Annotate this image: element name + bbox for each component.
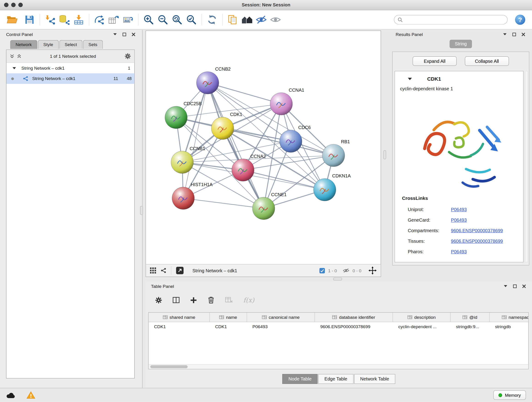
edge-CCNB2-HIST1H1A[interactable] [183,83,208,198]
network-row[interactable]: String Network – cdk1 11 48 [6,73,134,84]
gear-icon[interactable] [124,53,131,59]
panel-close-icon[interactable] [522,284,526,288]
toolbar-search-field[interactable] [394,15,507,24]
show-graphics-eye-icon[interactable] [268,13,283,27]
zoom-out-icon[interactable] [156,13,170,27]
table-horizontal-scrollbar[interactable] [149,364,528,369]
crosslink-row: Uniprot:P06493 [395,204,523,215]
crosslink-value-link[interactable]: P06493 [451,249,467,254]
panel-close-icon[interactable] [132,32,135,36]
panel-float-icon[interactable] [513,284,517,288]
save-session-icon[interactable] [22,13,37,27]
zoom-in-icon[interactable] [142,13,156,27]
grid-view-icon[interactable] [150,268,156,274]
open-in-new-window-icon[interactable] [176,267,184,275]
expand-all-button[interactable]: Expand All [413,56,457,66]
panel-menu-icon[interactable] [114,33,117,36]
network-view[interactable]: CCNB2CCNA1CDC25BCDK1CDC6RB1CCNB1CCNA2CDK… [146,31,381,277]
open-session-icon[interactable] [5,13,19,27]
window-zoom-button[interactable] [18,3,23,7]
network-from-selection-icon[interactable] [92,13,107,27]
network-collection-row[interactable]: String Network – cdk1 1 [6,63,134,73]
crosslink-row: GeneCard:P06493 [395,215,523,225]
crosslink-value-link[interactable]: P06493 [451,217,467,223]
selected-checkbox-icon[interactable] [319,268,325,274]
crosslink-value-link[interactable]: 9606.ENSP00000378699 [451,239,503,244]
scrollbar-thumb[interactable] [150,365,188,368]
results-scrollbar[interactable] [525,71,528,262]
node-CCNA1[interactable]: CCNA1 [270,88,304,115]
tab-network[interactable]: Network [10,40,37,49]
zoom-fit-icon[interactable] [170,13,184,27]
search-input[interactable] [405,17,504,22]
tab-sets[interactable]: Sets [83,40,103,49]
column-header-name[interactable]: name [210,313,247,322]
hide-graphics-eye-slash-icon[interactable] [254,13,268,27]
titlebar: Session: New Session [0,0,532,10]
expand-all-icon[interactable] [17,54,21,58]
panel-menu-icon[interactable] [503,33,507,36]
warning-icon[interactable] [27,391,36,399]
tab-string[interactable]: String [450,40,472,48]
network-canvas[interactable]: CCNB2CCNA1CDC25BCDK1CDC6RB1CCNB1CCNA2CDK… [146,31,381,264]
create-column-plus-icon[interactable] [190,297,197,304]
splitter-handle[interactable] [383,150,386,159]
crosslink-value-link[interactable]: 9606.ENSP00000378699 [451,228,503,233]
section-collapse-icon[interactable] [408,77,412,80]
tab-select[interactable]: Select [59,40,82,49]
node-CDKN1A[interactable]: CDKN1A [313,173,351,201]
network-table-icon[interactable] [107,13,121,27]
duplicate-document-icon[interactable] [226,13,240,27]
help-icon[interactable]: ? [513,13,527,27]
current-network-dot-icon [11,77,14,80]
edge-CCNB2-CCNA1[interactable] [208,83,281,104]
memory-button[interactable]: Memory [493,390,526,400]
panel-menu-icon[interactable] [504,285,507,287]
import-network-file-icon[interactable] [43,13,57,27]
column-header-namespace[interactable]: namespace [490,313,529,322]
node-HIST1H1A[interactable]: HIST1H1A [172,182,213,210]
window-close-button[interactable] [4,3,8,7]
houses-icon[interactable] [240,13,254,27]
gene-section: CDK1 cyclin-dependent kinase 1 [394,71,524,262]
window-minimize-button[interactable] [11,3,16,7]
table-row[interactable]: CDK1CDK1P064939606.ENSP00000378699cyclin… [149,322,528,331]
import-table-icon[interactable] [71,13,86,27]
zoom-selected-icon[interactable] [184,13,198,27]
hidden-eye-slash-icon[interactable] [343,268,350,273]
results-panel-title: Results Panel [396,32,423,37]
node-CCNB2[interactable]: CCNB2 [196,66,230,94]
edge-CCNA2-CDKN1A[interactable] [243,170,325,190]
tab-style[interactable]: Style [38,40,58,49]
network-share-icon[interactable] [160,268,167,274]
splitter-handle[interactable] [140,206,143,215]
expander-icon[interactable] [13,67,16,70]
panel-close-icon[interactable] [521,32,525,36]
column-header-shared-name[interactable]: shared name [149,313,210,322]
panel-float-icon[interactable] [123,32,126,36]
panel-float-icon[interactable] [512,32,516,36]
edge-HIST1H1A-CCNE1[interactable] [183,198,264,208]
tab-network-table[interactable]: Network Table [354,374,395,384]
collapse-all-icon[interactable] [10,54,14,58]
show-columns-icon[interactable] [172,297,180,303]
column-header-canonical-name[interactable]: canonical name [247,313,315,322]
tab-edge-table[interactable]: Edge Table [318,374,353,384]
tab-node-table[interactable]: Node Table [282,374,317,384]
move-crosshair-icon[interactable] [368,267,377,275]
export-image-icon[interactable] [121,13,135,27]
node-CDK1[interactable]: CDK1 [211,112,242,139]
cloud-icon[interactable] [6,392,16,398]
refresh-layout-icon[interactable] [205,13,219,27]
delete-column-trash-icon[interactable] [207,296,215,304]
table-options-gear-icon[interactable] [155,297,162,304]
column-header-database-identifier[interactable]: database identifier [315,313,393,322]
collapse-all-button[interactable]: Collapse All [465,56,509,66]
column-header-description[interactable]: description [393,313,451,322]
splitter-handle[interactable] [333,278,342,280]
node-RB1[interactable]: RB1 [322,139,350,167]
column-header--id[interactable]: @id [451,313,490,322]
crosslink-value-link[interactable]: P06493 [451,207,467,212]
edge-CCNB2-CCNE1[interactable] [208,83,264,208]
import-network-database-icon[interactable] [57,13,71,27]
